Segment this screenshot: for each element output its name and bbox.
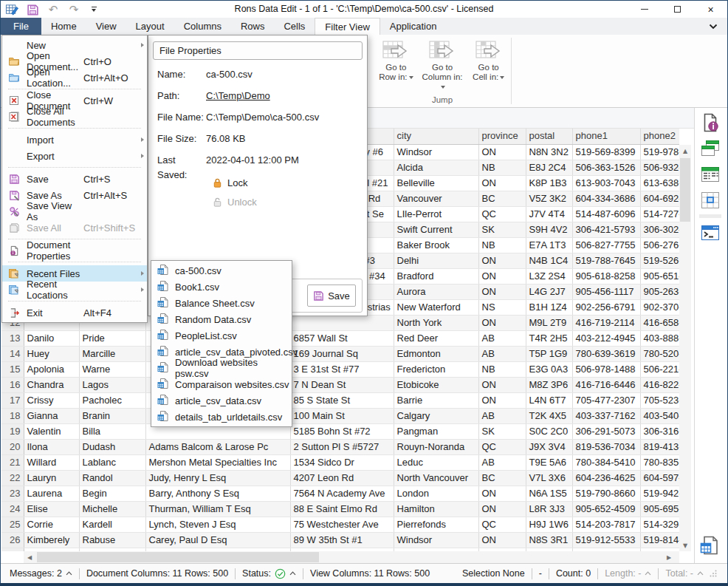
cell[interactable]: 5185 Bohn St #72	[290, 423, 394, 439]
cell[interactable]: Crissy	[24, 392, 79, 408]
cell[interactable]: 905-618-8258	[572, 268, 640, 284]
scroll-down-icon[interactable]: ▼	[679, 539, 691, 551]
cell[interactable]: Kimberely	[24, 532, 79, 548]
cell[interactable]: Pangman	[394, 423, 478, 439]
lock-button[interactable]: Lock	[212, 174, 367, 191]
cell[interactable]: QC	[478, 206, 526, 222]
cell[interactable]: Lagos	[79, 377, 145, 392]
cell[interactable]: ON	[478, 532, 526, 548]
cell[interactable]: NB	[478, 160, 526, 175]
cell[interactable]: Mershon Metal Specialties Inc	[145, 454, 290, 470]
cell[interactable]: 905-651-	[640, 268, 679, 284]
column-header[interactable]: postal	[526, 129, 572, 144]
cell[interactable]: Baker Brook	[394, 237, 478, 253]
cell[interactable]: Bradford	[394, 268, 478, 284]
cell[interactable]: N8N 3N2	[526, 144, 572, 160]
cell[interactable]: Barrie	[394, 392, 478, 408]
cell[interactable]: Barry, Anthony S Esq	[145, 486, 290, 501]
cell[interactable]: 514-487-6096	[572, 206, 640, 222]
menu-item-open-location[interactable]: Open Location... Ctrl+Alt+O	[2, 69, 147, 86]
cell[interactable]: 902-370-	[640, 299, 679, 315]
column-header[interactable]: city	[394, 129, 478, 144]
cell[interactable]: AB	[478, 408, 526, 423]
cell[interactable]: NS	[478, 299, 526, 315]
cell[interactable]: 780-835-	[640, 454, 679, 470]
cell[interactable]: 604-597-	[640, 470, 679, 486]
details-view-button[interactable]	[698, 163, 722, 186]
row-number[interactable]: 18	[1, 408, 24, 423]
cell[interactable]	[290, 315, 394, 330]
cell[interactable]: AB	[478, 330, 526, 346]
menu-item-save-view-as[interactable]: Save View As	[2, 203, 147, 219]
cell[interactable]: 506-276-	[640, 237, 679, 253]
recent-file-item[interactable]: Book1.csv	[151, 279, 292, 295]
close-button[interactable]: ×	[694, 1, 727, 18]
cell[interactable]: 519-569-8399	[572, 144, 640, 160]
cell[interactable]: Aurora	[394, 284, 478, 299]
row-number[interactable]: 16	[1, 377, 24, 392]
row-number[interactable]: 25	[1, 517, 24, 532]
cell[interactable]: ON	[478, 486, 526, 501]
cell[interactable]: 403-212-4945	[572, 330, 640, 346]
minimize-button[interactable]	[628, 1, 661, 18]
cell[interactable]: ON	[478, 268, 526, 284]
cell[interactable]: N6A 1S5	[526, 486, 572, 501]
cell[interactable]: Branin	[79, 408, 145, 423]
cell[interactable]: 780-639-3619	[572, 346, 640, 361]
cell[interactable]: Marcille	[79, 346, 145, 361]
cell[interactable]: 85 S State St	[290, 392, 394, 408]
cell[interactable]: ON	[478, 144, 526, 160]
cell[interactable]: SK	[478, 222, 526, 237]
tab-file[interactable]: File	[1, 18, 41, 35]
cell[interactable]: ON	[478, 377, 526, 392]
cell[interactable]: 100 Main St	[290, 408, 394, 423]
cell[interactable]: London	[394, 486, 478, 501]
row-number[interactable]: 14	[1, 346, 24, 361]
cell[interactable]: 506-978-1488	[572, 361, 640, 377]
cell[interactable]: 613-903-7043	[572, 175, 640, 191]
cell[interactable]: Dudash	[79, 439, 145, 454]
maximize-button[interactable]	[661, 1, 694, 18]
cell[interactable]: 604-692-	[640, 191, 679, 206]
menu-item-import[interactable]: Import	[2, 132, 147, 148]
cell[interactable]: Ilona	[24, 439, 79, 454]
cell[interactable]: North Vancouver	[394, 470, 478, 486]
cell[interactable]: Randol	[79, 470, 145, 486]
cell[interactable]: Rabuse	[79, 532, 145, 548]
cell[interactable]: Adams Balcom & Larose Pc	[145, 439, 290, 454]
cell[interactable]: Danilo	[24, 330, 79, 346]
cell[interactable]: H9J 1W6	[526, 517, 572, 532]
cell[interactable]: Lynch, Steven J Esq	[145, 517, 290, 532]
cell[interactable]: Begin	[79, 486, 145, 501]
cell[interactable]: 506-363-1526	[572, 160, 640, 175]
save-button[interactable]: Save	[307, 285, 356, 307]
cell[interactable]: QC	[478, 439, 526, 454]
recent-file-item[interactable]: Balance Sheet.csv	[151, 295, 292, 311]
menu-item-exit[interactable]: Exit Alt+F4	[2, 304, 147, 321]
cell[interactable]: 780-384-5410	[572, 454, 640, 470]
cell[interactable]: Delhi	[394, 253, 478, 268]
cell[interactable]: 519-788-7645	[572, 253, 640, 268]
document-status[interactable]: Status:	[242, 568, 296, 579]
row-number[interactable]: 24	[1, 501, 24, 517]
cell[interactable]: E3G 0A3	[526, 361, 572, 377]
scroll-up-icon[interactable]: ▲	[679, 145, 691, 157]
menu-item-save-all[interactable]: Save All Ctrl+Shift+S	[2, 219, 147, 236]
recent-file-item[interactable]: details_tab_urldetails.csv	[151, 409, 292, 425]
cell[interactable]: 604-236-4625	[572, 470, 640, 486]
cell[interactable]: 89 W 35th St #1	[290, 532, 394, 548]
cell[interactable]: Edmonton	[394, 346, 478, 361]
horizontal-scrollbar[interactable]: ◀ ▶	[24, 551, 679, 563]
cell[interactable]: B1H 1Z4	[526, 299, 572, 315]
cell[interactable]: 905-652-4509	[572, 501, 640, 517]
cell[interactable]: 519-912-5533	[572, 532, 640, 548]
cell[interactable]: Pierrefonds	[394, 517, 478, 532]
cell[interactable]: Leduc	[394, 454, 478, 470]
row-number[interactable]: 19	[1, 423, 24, 439]
cell[interactable]: 519-814-	[640, 532, 679, 548]
cell[interactable]: 1534 Sidco Dr	[290, 454, 394, 470]
cell[interactable]: S9H 4V2	[526, 222, 572, 237]
cell[interactable]: Pacholec	[79, 392, 145, 408]
cell[interactable]: Lablanc	[79, 454, 145, 470]
cell[interactable]: Judy, Henry L Esq	[145, 470, 290, 486]
